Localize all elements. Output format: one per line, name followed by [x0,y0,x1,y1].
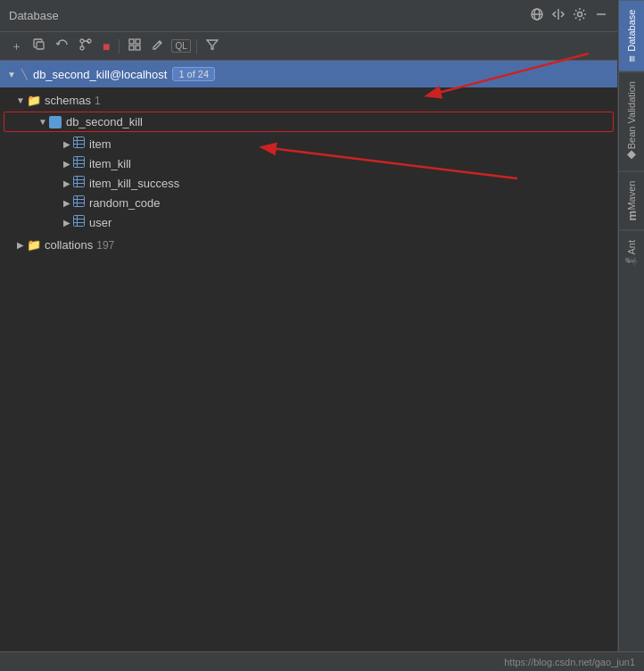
schemas-folder-icon: 📁 [27,95,41,107]
schemas-expand-arrow[interactable]: ▼ [14,95,27,105]
collations-count: 197 [96,239,114,252]
schemas-count: 1 [95,95,101,107]
db-label: db_second_kill [66,115,143,128]
bean-validation-icon: ◆ [625,149,639,162]
sidebar-tab-bean-validation[interactable]: ◆ Bean Validation [619,71,644,171]
user-expand-arrow[interactable]: ▶ [61,218,73,228]
table-icon-item [73,137,85,151]
connection-row[interactable]: ▼ ╲ db_second_kill@localhost 1 of 24 [0,61,617,87]
sidebar-tab-ant[interactable]: 🐜 Ant [619,230,644,278]
collations-folder-icon: 📁 [27,239,41,252]
right-sidebar: ≡ Database ◆ Bean Validation m Maven 🐜 A… [618,0,644,671]
svg-point-9 [80,46,84,50]
connection-badge: 1 of 24 [172,67,215,81]
svg-point-4 [578,12,582,17]
toolbar-separator-2 [196,39,197,54]
filter-button[interactable] [202,37,222,55]
ql-button[interactable]: QL [171,39,190,53]
item-expand-arrow[interactable]: ▶ [61,139,73,149]
schemas-tree-item[interactable]: ▼ 📁 schemas 1 [0,91,617,110]
status-bar: https://blog.csdn.net/gao_jun1 [0,651,644,671]
svg-rect-29 [74,196,85,207]
gear-icon[interactable] [573,7,587,24]
branch-button[interactable] [76,37,95,55]
svg-marker-16 [207,40,218,49]
sidebar-tab-maven[interactable]: m Maven [619,171,644,230]
svg-rect-25 [74,177,85,187]
table-icon-item-kill-success [73,176,85,190]
maven-label: Maven [626,181,637,211]
status-url: https://blog.csdn.net/gao_jun1 [504,657,635,667]
bean-validation-label: Bean Validation [626,81,637,149]
svg-rect-12 [136,39,140,44]
maven-icon: m [625,211,639,221]
minimize-icon[interactable] [594,7,608,24]
add-button[interactable]: ＋ [7,37,26,56]
database-panel: Database [0,0,618,671]
connection-line-icon: ╲ [21,69,28,80]
svg-rect-13 [129,46,134,50]
table-user-label: user [89,216,111,229]
database-sidebar-icon: ≡ [625,55,639,62]
table-random-code-row[interactable]: ▶ random_code [0,193,617,212]
db-highlighted-container: ▼ db_second_kill [4,112,614,132]
connection-expand-arrow[interactable]: ▼ [7,70,16,79]
toolbar: ＋ [0,32,617,61]
table-icon-item-kill [73,156,85,170]
svg-rect-14 [136,46,140,50]
stop-button[interactable]: ■ [99,37,113,55]
table-item-kill-success-label: item_kill_success [89,177,179,190]
ant-icon: 🐜 [625,254,638,268]
collations-label: collations [45,238,93,252]
db-expand-arrow[interactable]: ▼ [37,117,49,127]
grid-button[interactable] [125,37,144,55]
collations-tree-item[interactable]: ▶ 📁 collations 197 [0,236,617,254]
connection-name: db_second_kill@localhost [33,68,168,81]
sidebar-tab-database[interactable]: ≡ Database [619,0,644,71]
database-sidebar-label: Database [626,10,637,52]
db-second-kill-tree-item[interactable]: ▼ db_second_kill [4,112,613,131]
table-item-row[interactable]: ▶ item [0,134,617,153]
svg-rect-21 [74,157,85,168]
table-icon-user [73,215,85,229]
item-kill-success-expand-arrow[interactable]: ▶ [61,178,73,188]
copy-button[interactable] [29,37,49,55]
svg-rect-6 [37,42,44,49]
svg-rect-11 [129,39,134,44]
app-window: Database [0,0,644,671]
ant-label: Ant [626,240,637,255]
table-item-kill-label: item_kill [89,157,131,170]
svg-rect-17 [74,137,85,148]
panel-header: Database [0,0,617,32]
random-code-expand-arrow[interactable]: ▶ [61,198,73,208]
panel-title: Database [9,9,59,22]
item-kill-expand-arrow[interactable]: ▶ [61,159,73,169]
toolbar-separator-1 [119,39,120,54]
schemas-label: schemas [45,94,91,107]
table-item-kill-success-row[interactable]: ▶ item_kill_success [0,173,617,193]
split-icon[interactable] [551,7,566,24]
table-user-row[interactable]: ▶ user [0,212,617,232]
table-item-label: item [89,137,111,151]
svg-rect-33 [74,216,85,227]
globe-icon[interactable] [530,7,544,24]
table-icon-random-code [73,195,85,210]
tree-area: ▼ 📁 schemas 1 ▼ db_second_kill ▶ [0,87,617,671]
collations-expand-arrow[interactable]: ▶ [14,240,27,250]
db-icon [49,116,62,128]
svg-point-7 [80,39,84,43]
table-random-code-label: random_code [89,196,161,210]
header-icons [530,7,608,24]
edit-button[interactable] [148,37,168,55]
refresh-button[interactable] [53,37,72,55]
table-item-kill-row[interactable]: ▶ item_kill [0,153,617,173]
